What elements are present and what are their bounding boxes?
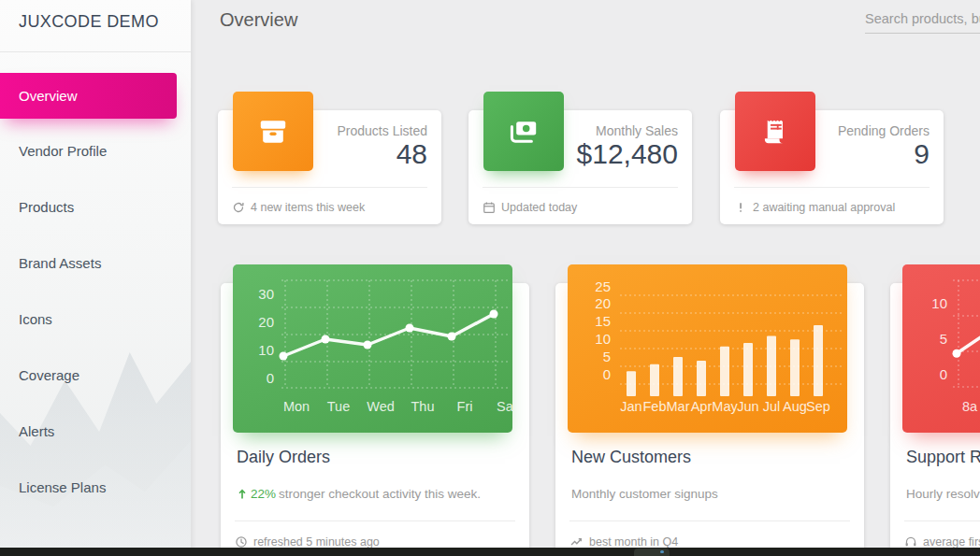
svg-text:Sep: Sep (806, 399, 830, 414)
stat-value: 48 (396, 138, 427, 170)
archive-icon (256, 115, 290, 149)
update-icon (232, 201, 245, 214)
new-customers-bar-chart: 0510152025JanFebMarAprMayJunJulAugSep (568, 264, 847, 433)
chart-card-support: 05108a9a Support R Hourly resolv average… (890, 283, 980, 556)
exclamation-icon (734, 201, 747, 214)
svg-text:5: 5 (603, 349, 611, 364)
svg-text:8a: 8a (962, 399, 978, 414)
sidebar-item-products[interactable]: Products (0, 191, 177, 224)
stat-footer-text: 4 new items this week (251, 201, 365, 214)
sidebar-item-alerts[interactable]: Alerts (0, 415, 177, 449)
svg-text:10: 10 (258, 342, 274, 358)
daily-orders-line-chart: 0102030MonTueWedThuFriSat (233, 264, 512, 433)
sidebar: JUXCODE DEMO Overview Vendor Profile Pro… (0, 0, 191, 556)
chart-subtitle-highlight: 22% (251, 487, 276, 501)
stat-value: 9 (914, 138, 930, 170)
divider (483, 187, 678, 188)
payments-icon (507, 115, 540, 149)
svg-text:May: May (712, 399, 738, 414)
search-input[interactable] (865, 7, 980, 34)
sidebar-item-license-plans[interactable]: License Plans (0, 471, 177, 505)
svg-text:10: 10 (931, 295, 947, 311)
svg-text:30: 30 (258, 286, 274, 302)
svg-text:Sat: Sat (497, 399, 512, 414)
trending-up-icon (569, 535, 584, 549)
svg-text:0: 0 (267, 370, 274, 386)
chart-footer-text: average firs (923, 535, 980, 549)
svg-text:Aug: Aug (783, 399, 807, 414)
clock-icon (235, 535, 248, 549)
calendar-icon (483, 201, 496, 214)
chart-subtitle-text: Monthly customer signups (571, 487, 718, 501)
stat-footer: 2 awaiting manual approval (734, 195, 895, 220)
svg-text:Fri: Fri (457, 399, 473, 414)
sidebar-item-icons[interactable]: Icons (0, 303, 177, 336)
chart-title: New Customers (571, 448, 691, 467)
svg-text:Feb: Feb (643, 399, 667, 414)
chart-card-daily-orders: 0102030MonTueWedThuFriSat Daily Orders 2… (221, 283, 529, 556)
search-field (865, 7, 980, 34)
divider (904, 520, 980, 521)
stat-icon-tile (735, 92, 815, 171)
brand-divider (0, 51, 191, 52)
stat-footer: Updated today (483, 195, 577, 220)
chart-subtitle: Monthly customer signups (571, 487, 718, 501)
sidebar-item-coverage[interactable]: Coverage (0, 359, 177, 392)
sidebar-item-brand-assets[interactable]: Brand Assets (0, 247, 177, 280)
chart-card-new-customers: 0510152025JanFebMarAprMayJunJulAugSep Ne… (555, 283, 864, 556)
stat-footer: 4 new items this week (232, 195, 365, 220)
svg-text:Thu: Thu (411, 399, 435, 414)
divider (569, 520, 850, 521)
chart-subtitle-text: stronger checkout activity this week. (279, 487, 481, 501)
arrow-up-icon (237, 488, 248, 500)
chart-footer-text: refreshed 5 minutes ago (253, 535, 380, 549)
svg-text:5: 5 (940, 331, 947, 347)
divider (734, 187, 930, 188)
chart-subtitle-text: Hourly resolv (906, 487, 980, 501)
stat-card-pending-orders: Pending Orders 9 2 awaiting manual appro… (720, 110, 944, 224)
svg-text:20: 20 (258, 314, 274, 330)
brand-title: JUXCODE DEMO (19, 12, 159, 32)
divider (235, 520, 515, 521)
svg-text:25: 25 (595, 278, 611, 294)
stat-label: Pending Orders (838, 123, 930, 138)
stat-footer-text: 2 awaiting manual approval (753, 201, 895, 214)
taskbar-item[interactable] (634, 549, 670, 556)
svg-text:10: 10 (595, 331, 611, 347)
chart-title: Daily Orders (237, 448, 330, 467)
svg-text:Jul: Jul (763, 399, 781, 414)
svg-text:Jun: Jun (737, 399, 758, 414)
receipt-icon (758, 115, 792, 149)
svg-text:Apr: Apr (691, 399, 713, 414)
svg-text:15: 15 (595, 313, 611, 329)
sidebar-item-vendor-profile[interactable]: Vendor Profile (0, 135, 177, 168)
stat-value: $12,480 (577, 138, 678, 170)
stat-footer-text: Updated today (501, 201, 577, 214)
stat-label: Monthly Sales (596, 123, 678, 138)
stat-icon-tile (233, 92, 313, 171)
svg-text:Jan: Jan (620, 399, 641, 414)
taskbar (0, 548, 980, 556)
stat-label: Products Listed (338, 123, 428, 138)
stat-card-monthly-sales: Monthly Sales $12,480 Updated today (468, 110, 692, 224)
svg-text:Mon: Mon (283, 399, 310, 414)
taskbar-active-dot (660, 550, 664, 553)
svg-text:Mar: Mar (667, 399, 690, 414)
svg-text:20: 20 (595, 295, 611, 311)
chart-footer-text: best month in Q4 (589, 535, 678, 549)
svg-text:0: 0 (940, 366, 947, 382)
chart-subtitle: Hourly resolv (906, 487, 980, 501)
support-line-chart: 05108a9a (902, 264, 980, 433)
headset-icon (904, 535, 917, 549)
svg-text:Wed: Wed (367, 399, 395, 414)
stat-card-products-listed: Products Listed 48 4 new items this week (218, 110, 441, 224)
svg-text:Tue: Tue (327, 399, 350, 414)
chart-title: Support R (906, 448, 980, 467)
divider (232, 187, 427, 188)
svg-text:0: 0 (603, 366, 611, 382)
sidebar-item-overview[interactable]: Overview (0, 73, 177, 119)
stat-icon-tile (483, 92, 564, 171)
page-title: Overview (220, 9, 297, 31)
chart-subtitle: 22% stronger checkout activity this week… (237, 487, 481, 501)
